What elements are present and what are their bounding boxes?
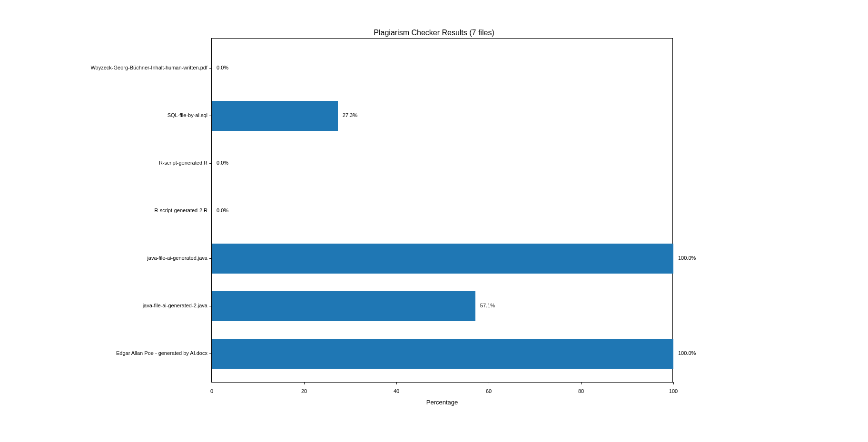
bar-value-label: 100.0% [678, 350, 696, 356]
bar-value-label: 57.1% [480, 303, 495, 308]
y-tick [209, 163, 212, 164]
x-tick [489, 382, 489, 384]
x-tick-label: 0 [210, 388, 213, 394]
x-tick [581, 382, 582, 384]
plot-area: 0.0% 27.3% 0.0% 0.0% 100.0% 57.1% 100.0%… [211, 38, 673, 383]
x-tick [304, 382, 305, 384]
bar-value-label: 0.0% [217, 160, 228, 166]
y-category-label: java-file-ai-generated.java [147, 255, 207, 261]
x-tick [673, 382, 674, 384]
bar [212, 244, 673, 274]
y-category-label: R-script-generated-2.R [154, 207, 207, 213]
x-tick [396, 382, 397, 384]
y-category-label: Edgar Allan Poe - generated by AI.docx [116, 350, 207, 356]
y-tick [209, 211, 212, 211]
bar [212, 291, 475, 321]
bar [212, 101, 338, 131]
y-tick [209, 68, 212, 69]
chart-title: Plagiarism Checker Results (7 files) [374, 29, 494, 37]
bar-value-label: 27.3% [343, 112, 357, 118]
x-axis-label: Percentage [426, 399, 458, 406]
bar-value-label: 0.0% [217, 65, 228, 70]
bar-value-label: 0.0% [217, 207, 228, 213]
y-category-label: java-file-ai-generated-2.java [143, 303, 207, 308]
x-tick-label: 80 [578, 388, 584, 394]
x-tick-label: 100 [669, 388, 678, 394]
y-category-label: Woyzeck-Georg-Büchner-Inhalt-human-writt… [90, 65, 207, 70]
x-tick-label: 60 [486, 388, 492, 394]
x-tick [212, 382, 212, 384]
y-category-label: SQL-file-by-ai.sql [168, 112, 207, 118]
y-category-label: R-script-generated.R [159, 160, 207, 166]
y-labels-container: Woyzeck-Georg-Büchner-Inhalt-human-writt… [0, 38, 211, 383]
bar [212, 339, 673, 369]
bar-value-label: 100.0% [678, 255, 696, 261]
chart-container: Plagiarism Checker Results (7 files) Woy… [0, 0, 868, 442]
x-tick-label: 40 [394, 388, 399, 394]
x-tick-label: 20 [301, 388, 307, 394]
